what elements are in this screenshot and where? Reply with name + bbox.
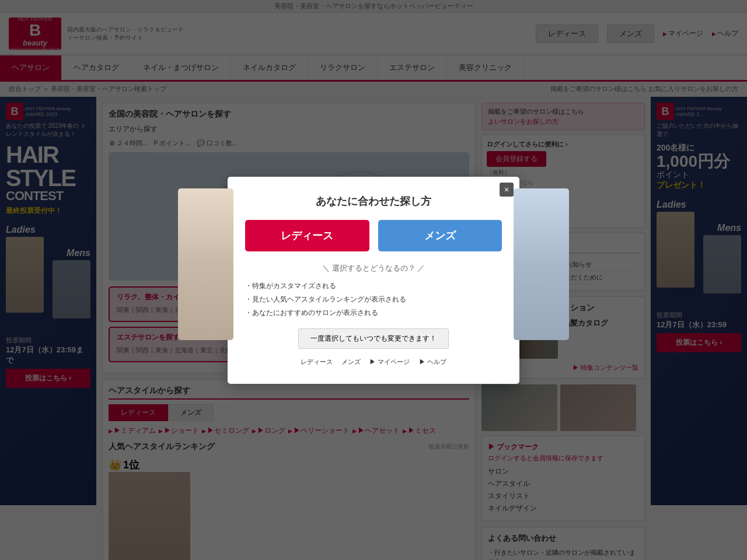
modal-link-ladies[interactable]: レディース	[301, 358, 333, 366]
modal-link-help[interactable]: ▶ ヘルプ	[419, 358, 446, 366]
modal-select-q: ＼ 選択するとどうなるの？ ／	[245, 263, 502, 274]
modal-desc-2: 見たい人気ヘアスタイルランキングが表示される	[245, 293, 502, 306]
modal-ladies-button[interactable]: レディース	[245, 220, 369, 251]
modal-mens-button[interactable]: メンズ	[378, 220, 502, 251]
modal: × あなたに合わせた探し方 レディース メンズ ＼ 選択するとどうなるの？ ／ …	[228, 177, 519, 384]
modal-title: あなたに合わせた探し方	[245, 194, 502, 208]
modal-photo-left-img	[178, 188, 233, 340]
modal-select-q-text: 選択するとどうなるの？	[332, 264, 416, 272]
modal-link-mens[interactable]: メンズ	[341, 358, 361, 366]
modal-photo-right-img	[514, 188, 569, 340]
modal-gender-buttons: レディース メンズ	[245, 220, 502, 251]
modal-desc-list: 特集がカスタマイズされる 見たい人気ヘアスタイルランキングが表示される あなたに…	[245, 279, 502, 320]
modal-desc-1: 特集がカスタマイズされる	[245, 279, 502, 293]
modal-close-button[interactable]: ×	[500, 183, 514, 197]
modal-link-mypage[interactable]: ▶ マイページ	[369, 358, 410, 366]
modal-overlay: × あなたに合わせた探し方 レディース メンズ ＼ 選択するとどうなるの？ ／ …	[0, 0, 747, 560]
modal-photo-left	[178, 188, 233, 340]
modal-photo-right	[514, 188, 569, 340]
modal-bottom-links: レディース メンズ ▶ マイページ ▶ ヘルプ	[245, 358, 502, 366]
modal-desc-3: あなたにおすすめのサロンが表示される	[245, 306, 502, 320]
modal-once-button[interactable]: 一度選択してもいつでも変更できます！	[298, 328, 449, 349]
